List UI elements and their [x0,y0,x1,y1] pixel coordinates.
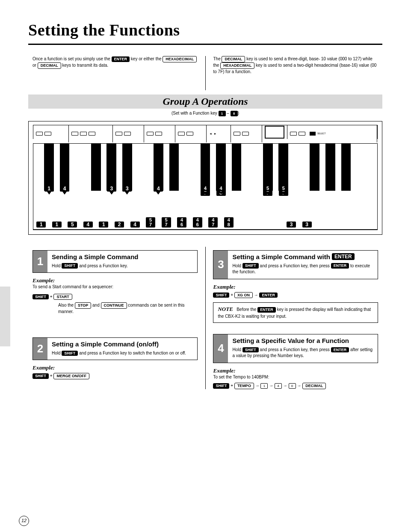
arrow-down-icon [47,192,51,195]
select-button-icon [310,132,316,136]
key-label: 2 [115,222,124,228]
tempo-key-icon: TEMPO [234,383,254,389]
shift-key-icon: SHIFT [33,294,49,300]
black-key [232,144,242,191]
key-label: 4 [130,222,140,228]
shift-key-icon: SHIFT [62,351,78,356]
arrow-down-icon [266,192,270,195]
white-key [361,144,378,229]
intro-left: Once a function is set you simply use th… [28,56,202,90]
continue-key-icon: CONTINUE [101,302,127,309]
key-label: 3 [287,222,296,228]
step-1-title: Sending a Simple Command [52,253,193,260]
step-1-example-keys: SHIFT + START [33,294,198,300]
shift-key-icon: SHIFT [242,263,259,269]
black-key [310,144,319,191]
black-key [278,144,288,191]
page-title: Setting the Functions [28,21,382,39]
column-divider [205,247,206,389]
enter-key-icon: ENTER [257,307,276,313]
num-key-icon: 4 [275,383,282,389]
lcd-screen-icon [265,126,284,139]
decimal-key-icon: DECIMAL [222,56,245,62]
step-3-title: Setting a Simple Command with ENTER [232,253,373,260]
step-4: 4 Setting a Specific Value for a Functio… [213,334,378,363]
example-label: Example: [33,277,198,284]
key-label: 4 [154,186,163,192]
key-label: 48 [224,217,234,228]
black-key [154,144,163,191]
step-3: 3 Setting a Simple Command with ENTER Ho… [213,250,378,279]
decimal-key-icon: DECIMAL [38,62,61,69]
step-number-4: 4 [213,334,228,363]
stop-key-icon: STOP [75,302,91,309]
decimal-key-icon: DECIMAL [302,383,326,389]
enter-key-icon: ENTER [259,293,278,298]
step-number-3: 3 [213,251,228,279]
key-label: 4 [83,222,93,228]
step-1: 1 Sending a Simple Command Hold SHIFT an… [33,250,198,273]
key-label: 5 [68,222,77,228]
key-label: 1 [99,222,108,228]
step-number-2: 2 [33,338,47,360]
arrow-down-icon [156,192,160,195]
enter-key-icon: ENTER [331,263,349,269]
black-key [44,144,54,191]
start-key-icon: START [53,294,72,300]
shift-key-icon: SHIFT [213,293,229,298]
arrow-down-icon [62,192,67,195]
step-4-example-desc: To set the Tempo to 140BPM: [213,374,378,381]
key-label: 1 [52,222,62,228]
example-label: Example: [33,364,198,371]
step-2: 2 Setting a Simple Command (on/off) Hold… [33,337,198,361]
num-key-icon: 0 [289,383,296,389]
group-a-heading: Group A Operations [28,95,382,109]
step-1-example-extra: Also the STOP and CONTINUE commands can … [33,302,198,315]
black-key [106,144,116,191]
key-label: 47 [208,217,218,228]
hexadecimal-key-icon: HEXADECIMAL [220,62,254,69]
step-4-example-keys: SHIFT + TEMPO → 1 → 4 → 0 → DECIMAL [213,383,378,389]
black-key [60,144,70,191]
step-3-note: NOTE Before the ENTER key is pressed the… [213,302,378,322]
step-3-example-keys: SHIFT + XG ON → ENTER [213,292,378,299]
key-label: 3 [302,222,312,228]
black-key [263,144,273,191]
arrow-down-icon [219,192,223,195]
shift-key-icon: SHIFT [62,263,78,269]
key-label: 3 [107,186,116,192]
column-divider [205,56,206,90]
enter-key-icon: ENTER [112,56,130,62]
hexadecimal-key-icon: HEXADECIMAL [163,56,197,62]
step-number-1: 1 [33,251,47,273]
key-label: 1 [36,222,46,228]
shift-key-icon: SHIFT [33,373,49,379]
intro-right: The DECIMAL key is used to send a three-… [209,56,382,90]
black-key [341,144,351,191]
note-label: NOTE [218,306,233,312]
arrow-down-icon [203,192,207,195]
step-2-example-keys: SHIFT + MERGE ON/OFF [33,373,198,379]
key-label: 46 [193,217,202,228]
black-key [122,144,132,191]
black-key [325,144,335,191]
step-4-title: Setting a Specific Value for a Function [232,337,373,344]
key-1-icon: 1 [219,111,226,116]
num-key-icon: 1 [260,383,268,389]
keyboard-control-panel: ◄ ► SELECT [33,125,378,139]
black-key [91,144,101,191]
enter-key-icon: ENTER [332,253,355,260]
key-label: 1 [44,186,54,192]
example-label: Example: [213,367,378,374]
arrow-down-icon [125,192,129,195]
select-label: SELECT [317,133,325,135]
shift-key-icon: SHIFT [242,347,259,353]
black-key [201,144,210,191]
key-label: 46 [177,217,186,228]
group-a-subheading: (Set with a Function key 1 – 8) [28,110,382,117]
key-label: 57 [146,217,155,228]
arrow-down-icon [281,192,286,195]
title-rule [28,44,382,45]
black-key [169,144,179,191]
arrow-down-icon [109,192,114,195]
